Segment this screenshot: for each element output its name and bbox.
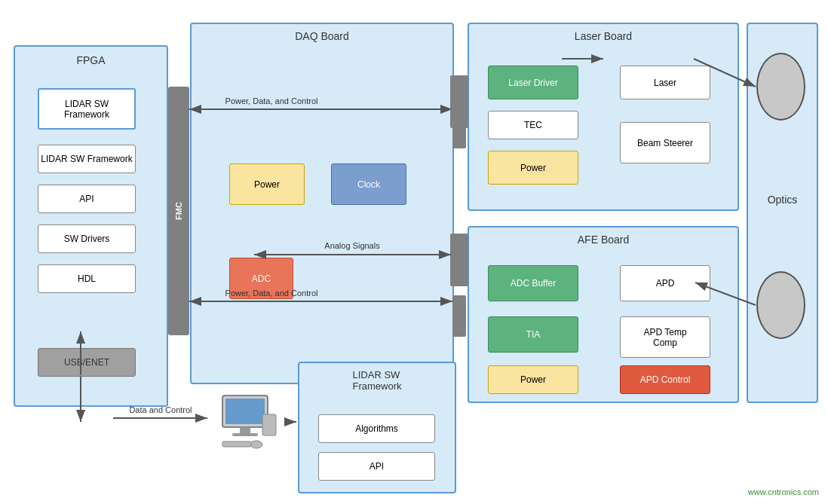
fmc-label: FMC: [174, 202, 183, 220]
apd-control-box: APD Control: [620, 365, 710, 394]
laser-label: Laser Board: [575, 30, 632, 42]
optics-label: Optics: [768, 194, 798, 206]
daq-panel: DAQ Board Power Clock ADC: [190, 23, 454, 384]
sw-drivers-label: SW Drivers: [64, 234, 110, 244]
algorithms-bottom-label: Algorithms: [355, 423, 398, 434]
svg-rect-3: [232, 433, 258, 436]
apd-control-label: APD Control: [640, 374, 691, 385]
svg-point-5: [250, 441, 262, 448]
api-label: API: [79, 194, 94, 204]
laser-driver-label: Laser Driver: [508, 78, 557, 88]
computer-svg: [211, 392, 287, 452]
laser-box: Laser: [620, 66, 710, 99]
api-bottom-label: API: [370, 461, 384, 472]
fpga-panel: FPGA LIDAR SWFramework LIDAR SW Framewor…: [14, 45, 168, 407]
beam-steerer-box: Beam Steerer: [620, 122, 710, 163]
adc-box: ADC: [229, 258, 293, 299]
hdl-box: HDL: [38, 264, 136, 293]
laser-box-label: Laser: [654, 78, 676, 88]
beam-steerer-label: Beam Steerer: [637, 138, 693, 148]
laser-driver-box: Laser Driver: [488, 66, 578, 99]
optics-ellipse-top: [756, 53, 805, 121]
power-afe-box: Power: [488, 365, 578, 394]
diagram: FPGA LIDAR SWFramework LIDAR SW Framewor…: [0, 0, 828, 504]
tia-box: TIA: [488, 316, 578, 353]
apd-label: APD: [656, 278, 675, 289]
algorithms-box: LIDAR SW Framework: [38, 145, 136, 173]
algorithms-bottom-box: Algorithms: [318, 414, 435, 443]
clock-box: Clock: [331, 163, 406, 205]
apd-temp-comp-box: APD TempComp: [620, 316, 710, 358]
bottom-lidar-label: LIDAR SWFramework: [352, 369, 401, 392]
afe-panel: AFE Board ADC Buffer APD TIA APD TempCom…: [468, 226, 739, 403]
svg-rect-6: [222, 441, 251, 447]
apd-temp-comp-label: APD TempComp: [643, 327, 686, 348]
optics-ellipse-bottom: [756, 271, 805, 339]
fmc-bar: FMC: [168, 87, 189, 335]
clock-label: Clock: [357, 179, 380, 190]
apd-box: APD: [620, 265, 710, 301]
svg-rect-4: [262, 414, 276, 435]
afe-label: AFE Board: [578, 234, 629, 246]
tia-label: TIA: [526, 329, 541, 340]
svg-rect-1: [225, 399, 265, 424]
usb-enet-box: USB/ENET: [38, 348, 136, 377]
svg-rect-2: [240, 427, 250, 433]
tec-box: TEC: [488, 111, 578, 139]
lidar-sw-framework-box: LIDAR SWFramework: [38, 88, 136, 130]
algorithms-label: LIDAR SW Framework: [41, 154, 132, 164]
api-box: API: [38, 185, 136, 213]
api-bottom-box: API: [318, 452, 435, 481]
sw-drivers-box: SW Drivers: [38, 225, 136, 253]
adc-label: ADC: [252, 273, 271, 284]
adc-buffer-box: ADC Buffer: [488, 265, 578, 301]
daq-label: DAQ Board: [295, 30, 349, 42]
lidar-sw-framework-label: LIDAR SWFramework: [64, 99, 109, 120]
laser-panel: Laser Board Laser Driver TEC Power Laser…: [468, 23, 739, 211]
computer-icon-area: [211, 392, 294, 460]
daq-top-connector: [452, 107, 466, 148]
bottom-lidar-panel: LIDAR SWFramework Algorithms API: [298, 362, 456, 493]
fpga-label: FPGA: [76, 54, 105, 66]
adc-buffer-label: ADC Buffer: [511, 278, 556, 289]
power-afe-label: Power: [520, 374, 546, 385]
daq-bottom-connector: [452, 295, 466, 337]
hdl-label: HDL: [78, 273, 96, 284]
power-daq-label: Power: [254, 179, 280, 190]
usb-enet-label: USB/ENET: [64, 357, 109, 368]
tec-label: TEC: [524, 120, 542, 130]
power-laser-box: Power: [488, 151, 578, 185]
watermark: www.cntronics.com: [748, 487, 819, 496]
power-daq-box: Power: [229, 163, 305, 205]
daq-adc-connector: [452, 258, 466, 280]
power-laser-label: Power: [520, 163, 546, 173]
